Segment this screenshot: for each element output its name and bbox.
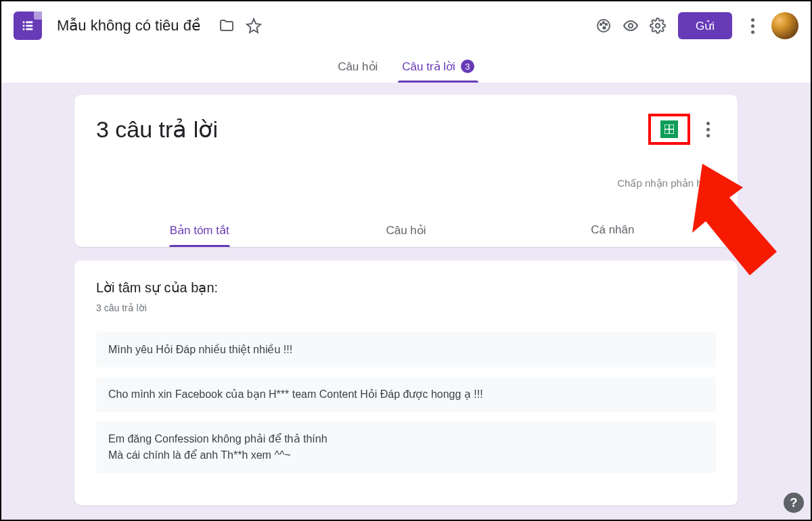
account-avatar[interactable] <box>771 12 798 39</box>
annotation-highlight <box>648 114 690 145</box>
response-item: Cho mình xin Facebook của bạn H*** team … <box>96 377 716 412</box>
svg-rect-2 <box>23 25 25 27</box>
workspace: 3 câu trả lời Chấp nhận phản hồi Bản tóm… <box>1 83 811 521</box>
svg-rect-3 <box>26 25 32 27</box>
svg-point-7 <box>600 24 602 25</box>
question-responses-card: Lời tâm sự của bạn: 3 câu trả lời Mình y… <box>74 260 738 505</box>
responses-more-button[interactable] <box>700 122 716 137</box>
svg-point-10 <box>603 26 605 28</box>
star-button[interactable] <box>240 12 267 39</box>
help-button[interactable]: ? <box>784 493 804 513</box>
tab-responses-label: Câu trả lời <box>402 60 455 74</box>
question-title: Lời tâm sự của bạn: <box>96 279 716 296</box>
svg-point-8 <box>603 22 604 23</box>
svg-rect-0 <box>23 22 25 24</box>
svg-rect-4 <box>23 28 25 30</box>
tab-responses[interactable]: Câu trả lời 3 <box>390 50 487 83</box>
response-item: Em đăng Confession không phải để thả thí… <box>96 422 716 473</box>
forms-logo-icon[interactable] <box>14 12 42 40</box>
svg-rect-1 <box>26 22 32 24</box>
inner-tab-individual[interactable]: Cá nhân <box>510 214 716 247</box>
svg-point-9 <box>606 24 607 25</box>
preview-button[interactable] <box>617 12 644 39</box>
svg-rect-5 <box>26 28 32 30</box>
customize-theme-button[interactable] <box>590 12 617 39</box>
responses-inner-tabs: Bản tóm tắt Câu hỏi Cá nhân <box>96 214 716 247</box>
form-tabs: Câu hỏi Câu trả lời 3 <box>1 50 811 83</box>
app-header: Mẫu không có tiêu đề Gửi <box>1 1 811 50</box>
settings-button[interactable] <box>644 12 671 39</box>
inner-tab-question[interactable]: Câu hỏi <box>302 214 509 247</box>
more-button[interactable] <box>739 12 766 39</box>
responses-count-badge: 3 <box>461 60 474 73</box>
svg-point-11 <box>629 24 633 28</box>
tab-questions[interactable]: Câu hỏi <box>325 50 390 83</box>
form-title[interactable]: Mẫu không có tiêu đề <box>57 17 201 35</box>
response-item: Mình yêu Hỏi Đáp nhiều thiệt nhiều !!! <box>96 332 716 367</box>
accepting-responses-label: Chấp nhận phản hồi <box>96 177 716 189</box>
inner-tab-summary[interactable]: Bản tóm tắt <box>96 214 302 247</box>
create-spreadsheet-button[interactable] <box>660 120 678 138</box>
responses-summary-card: 3 câu trả lời Chấp nhận phản hồi Bản tóm… <box>74 95 738 247</box>
responses-title: 3 câu trả lời <box>96 116 218 143</box>
send-button[interactable]: Gửi <box>678 12 732 39</box>
question-response-count: 3 câu trả lời <box>96 302 716 313</box>
move-to-folder-button[interactable] <box>213 12 240 39</box>
svg-point-12 <box>656 24 660 28</box>
